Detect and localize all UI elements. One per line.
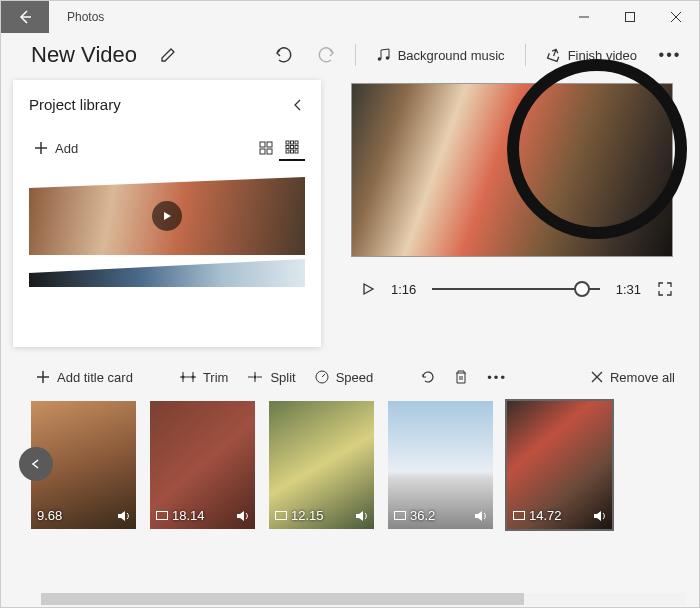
clip-2[interactable]: 18.14 bbox=[150, 401, 255, 529]
window-controls bbox=[561, 1, 699, 33]
svg-point-1 bbox=[377, 57, 381, 61]
svg-rect-4 bbox=[267, 142, 272, 147]
svg-rect-7 bbox=[286, 141, 289, 144]
seek-knob[interactable] bbox=[574, 281, 590, 297]
svg-rect-12 bbox=[295, 146, 298, 149]
speed-icon bbox=[314, 369, 330, 385]
back-button[interactable] bbox=[1, 1, 49, 33]
project-library-panel: Project library Add bbox=[13, 80, 321, 347]
svg-rect-5 bbox=[260, 149, 265, 154]
plus-icon bbox=[35, 369, 51, 385]
svg-rect-3 bbox=[260, 142, 265, 147]
more-button[interactable]: ••• bbox=[653, 38, 687, 72]
app-title: Photos bbox=[67, 10, 561, 24]
svg-rect-0 bbox=[626, 13, 635, 22]
svg-rect-8 bbox=[291, 141, 294, 144]
svg-rect-23 bbox=[514, 511, 525, 519]
trim-icon bbox=[179, 370, 197, 384]
rotate-button[interactable] bbox=[415, 360, 439, 394]
titlebar: Photos bbox=[1, 1, 699, 33]
undo-button[interactable] bbox=[267, 38, 301, 72]
svg-rect-9 bbox=[295, 141, 298, 144]
clip-more-button[interactable]: ••• bbox=[483, 360, 511, 394]
separator bbox=[525, 44, 526, 66]
svg-rect-13 bbox=[286, 150, 289, 153]
trash-icon bbox=[453, 369, 469, 385]
fullscreen-button[interactable] bbox=[657, 281, 673, 297]
share-icon bbox=[546, 47, 562, 63]
duration-icon bbox=[156, 511, 168, 521]
volume-icon bbox=[354, 509, 368, 523]
storyboard-toolbar: Add title card Trim Split Speed ••• Remo… bbox=[1, 353, 699, 401]
preview-frame[interactable] bbox=[351, 83, 673, 257]
svg-rect-20 bbox=[157, 511, 168, 519]
grid-small-button[interactable] bbox=[279, 135, 305, 161]
edit-title-icon[interactable] bbox=[151, 38, 185, 72]
add-title-card-button[interactable]: Add title card bbox=[31, 360, 137, 394]
preview-panel: 1:16 1:31 bbox=[321, 77, 699, 347]
svg-rect-15 bbox=[295, 150, 298, 153]
close-icon bbox=[590, 370, 604, 384]
seek-slider[interactable] bbox=[432, 288, 599, 290]
current-time: 1:16 bbox=[391, 282, 416, 297]
play-icon bbox=[152, 201, 182, 231]
minimize-button[interactable] bbox=[561, 1, 607, 33]
separator bbox=[355, 44, 356, 66]
scroll-left-button[interactable] bbox=[19, 447, 53, 481]
library-title: Project library bbox=[29, 96, 121, 113]
svg-rect-11 bbox=[291, 146, 294, 149]
svg-rect-21 bbox=[276, 511, 287, 519]
music-icon bbox=[376, 47, 392, 63]
play-button[interactable] bbox=[361, 282, 375, 296]
trim-button[interactable]: Trim bbox=[175, 360, 233, 394]
close-button[interactable] bbox=[653, 1, 699, 33]
split-icon bbox=[246, 370, 264, 384]
volume-icon bbox=[235, 509, 249, 523]
add-label: Add bbox=[55, 141, 78, 156]
background-music-button[interactable]: Background music bbox=[368, 38, 513, 72]
clip-3[interactable]: 12.15 bbox=[269, 401, 374, 529]
duration-icon bbox=[394, 511, 406, 521]
duration-icon bbox=[513, 511, 525, 521]
svg-rect-10 bbox=[286, 146, 289, 149]
svg-point-2 bbox=[385, 56, 389, 60]
speed-button[interactable]: Speed bbox=[310, 360, 378, 394]
volume-icon bbox=[592, 509, 606, 523]
library-clip-1[interactable] bbox=[29, 177, 305, 255]
redo-button[interactable] bbox=[309, 38, 343, 72]
volume-icon bbox=[473, 509, 487, 523]
svg-point-18 bbox=[254, 376, 257, 379]
duration-icon bbox=[275, 511, 287, 521]
total-time: 1:31 bbox=[616, 282, 641, 297]
rotate-icon bbox=[419, 369, 435, 385]
main-content: Project library Add bbox=[1, 77, 699, 347]
svg-point-17 bbox=[191, 376, 194, 379]
scrollbar-thumb[interactable] bbox=[41, 593, 524, 605]
plus-icon bbox=[33, 140, 49, 156]
grid-large-button[interactable] bbox=[253, 135, 279, 161]
library-clip-2[interactable] bbox=[29, 259, 305, 287]
storyboard-clips: 9.68 18.14 12.15 36.2 14.72 bbox=[1, 401, 699, 539]
bg-music-label: Background music bbox=[398, 48, 505, 63]
horizontal-scrollbar[interactable] bbox=[41, 593, 685, 605]
svg-point-16 bbox=[181, 376, 184, 379]
svg-rect-22 bbox=[395, 511, 406, 519]
split-button[interactable]: Split bbox=[242, 360, 299, 394]
wheel-graphic bbox=[507, 59, 687, 239]
maximize-button[interactable] bbox=[607, 1, 653, 33]
remove-all-button[interactable]: Remove all bbox=[586, 360, 679, 394]
collapse-library-button[interactable] bbox=[291, 98, 305, 112]
volume-icon bbox=[116, 509, 130, 523]
add-media-button[interactable]: Add bbox=[29, 131, 82, 165]
svg-rect-14 bbox=[291, 150, 294, 153]
clip-4[interactable]: 36.2 bbox=[388, 401, 493, 529]
svg-rect-6 bbox=[267, 149, 272, 154]
project-title[interactable]: New Video bbox=[31, 42, 137, 68]
delete-button[interactable] bbox=[449, 360, 473, 394]
clip-5[interactable]: 14.72 bbox=[507, 401, 612, 529]
